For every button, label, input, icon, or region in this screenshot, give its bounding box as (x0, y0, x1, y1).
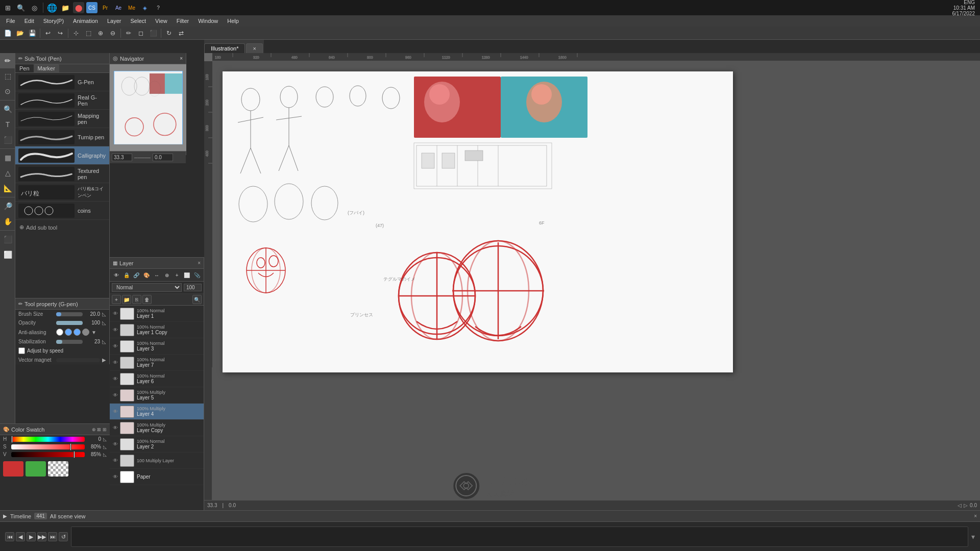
layer-item-5[interactable]: 👁 100% Multiply Layer 5 (110, 387, 204, 404)
edge-icon[interactable]: 🌐 (46, 2, 58, 13)
nav-close-btn[interactable]: × (180, 56, 183, 61)
tl-to-end-btn[interactable]: ⏭ (48, 532, 57, 541)
adjust-speed-row[interactable]: Adjust by speed (15, 346, 109, 356)
marker-tab[interactable]: Marker (34, 64, 59, 72)
antialias-opt3[interactable] (74, 329, 81, 336)
clip-studio-icon[interactable]: CS (86, 2, 97, 13)
tl-to-start-btn[interactable]: ⏮ (5, 532, 14, 541)
brush-turnip-pen[interactable]: Turnip pen (15, 128, 109, 146)
color-panel-icons[interactable]: ⊕ ⊠ ⊞ (92, 427, 107, 432)
tool-fill[interactable]: ⬛ (0, 132, 15, 147)
tool-color-fg[interactable]: ⬛ (0, 232, 15, 247)
nav-preview[interactable] (110, 64, 186, 151)
layer-search-btn[interactable]: 🔍 (192, 295, 202, 304)
start-icon[interactable]: ⊞ (2, 2, 13, 13)
layer-eye-5[interactable]: 👁 (112, 392, 119, 399)
layer-ctrl-merge[interactable]: ⊕ (162, 270, 172, 280)
select-btn[interactable]: ⬚ (83, 28, 94, 39)
app6-icon[interactable]: ◈ (139, 2, 151, 13)
tool-zoom[interactable]: 🔎 (0, 198, 15, 214)
tool-lasso[interactable]: ⊙ (0, 84, 15, 99)
tl-play-btn[interactable]: ▶ (27, 532, 36, 541)
menu-animation[interactable]: Animation (69, 17, 102, 25)
layer-eye-7[interactable]: 👁 (112, 424, 119, 432)
antialias-opt4[interactable] (82, 329, 89, 336)
tool-shape[interactable]: △ (0, 165, 15, 181)
zoom-input[interactable] (112, 154, 132, 161)
val-slider[interactable] (11, 452, 85, 457)
hue-slider[interactable] (11, 437, 85, 442)
layer-item-3[interactable]: 👁 100% Normal Layer 7 (110, 355, 204, 371)
status-icon2[interactable]: ▷ (964, 503, 968, 508)
tl-next-btn[interactable]: ▶▶ (37, 532, 46, 541)
timeline-track[interactable] (71, 527, 968, 547)
fg-color-swatch[interactable] (3, 461, 23, 477)
tool-eyedrop[interactable]: 🔍 (0, 102, 15, 117)
flip-h-btn[interactable]: ⇄ (176, 28, 187, 39)
search-icon[interactable]: 🔍 (15, 2, 27, 13)
layer-ctrl-color[interactable]: 🎨 (142, 270, 151, 280)
add-subtool-btn[interactable]: ⊕ Add sub tool (15, 222, 109, 233)
angle-input[interactable] (153, 154, 173, 161)
layer-ctrl-link[interactable]: 🔗 (132, 270, 141, 280)
menu-file[interactable]: File (2, 17, 19, 25)
hue-spin[interactable]: ◺ (103, 437, 107, 442)
app7-icon[interactable]: ? (153, 2, 164, 13)
open-btn[interactable]: 📂 (14, 28, 26, 39)
brush-mapping-pen[interactable]: Mapping pen (15, 110, 109, 128)
layer-new-btn[interactable]: + (112, 295, 121, 304)
tool-gradient[interactable]: ▦ (0, 150, 15, 165)
status-icon1[interactable]: ◁ (958, 503, 962, 508)
tool-ruler[interactable]: 📐 (0, 181, 15, 196)
menu-view[interactable]: View (151, 17, 172, 25)
layer-ctrl-new[interactable]: + (173, 270, 182, 280)
layer-item-2[interactable]: 👁 100% Normal Layer 3 (110, 338, 204, 355)
canvas-paper[interactable]: (フバイ) (47) 6F テグルマのイメ プリンセス (フリン) (223, 71, 733, 372)
tl-loop-btn[interactable]: ↺ (59, 532, 68, 541)
undo-btn[interactable]: ↩ (42, 28, 54, 39)
layer-ctrl-clip[interactable]: 📎 (192, 270, 202, 280)
eraser-btn[interactable]: ◻ (135, 28, 146, 39)
app4-icon[interactable]: Ae (113, 2, 124, 13)
layer-item-7[interactable]: 👁 100% Multiply Layer Copy (110, 420, 204, 436)
val-spin[interactable]: ◺ (103, 452, 107, 457)
layer-item-6[interactable]: 👁 100% Multiply Layer 4 (110, 404, 204, 420)
layer-eye-9[interactable]: 👁 (112, 457, 119, 464)
app1-icon[interactable]: ⬤ (73, 2, 84, 13)
antialias-opt1[interactable] (56, 329, 63, 336)
menu-filter[interactable]: Filter (173, 17, 193, 25)
pen-tool-btn[interactable]: ✏ (123, 28, 134, 39)
transform-btn[interactable]: ⊹ (70, 28, 82, 39)
blend-mode-select[interactable]: Normal Multiply Screen (112, 283, 182, 292)
layer-item-0[interactable]: 👁 100% Normal Layer 1 (110, 306, 204, 322)
layer-copy-btn[interactable]: ⎘ (132, 295, 141, 304)
menu-edit[interactable]: Edit (20, 17, 38, 25)
tool-color-bg[interactable]: ⬜ (0, 247, 15, 262)
vector-magnet-expand[interactable]: ▶ (102, 357, 106, 363)
canvas-area[interactable]: 160 320 480 640 800 960 1120 1280 1440 1… (204, 53, 980, 510)
tool-pen[interactable]: ✏ (0, 53, 15, 68)
layer-item-4[interactable]: 👁 100% Normal Layer 6 (110, 371, 204, 387)
stabilization-slider[interactable] (56, 340, 83, 344)
tool-text[interactable]: T (0, 117, 15, 132)
layer-delete-btn[interactable]: 🗑 (142, 295, 152, 304)
sat-slider[interactable] (11, 444, 85, 449)
brush-size-slider[interactable] (56, 312, 83, 316)
menu-story[interactable]: Story(P) (39, 17, 68, 25)
illustration-tab[interactable]: Illustration* (204, 43, 245, 53)
fill-btn[interactable]: ⬛ (148, 28, 159, 39)
timeline-close[interactable]: × (974, 513, 977, 519)
brush-bari[interactable]: バリ粒 バリ粒&コインペン (15, 183, 109, 202)
rotate-btn[interactable]: ↻ (163, 28, 175, 39)
layer-eye-10[interactable]: 👁 (112, 473, 119, 481)
pen-tab[interactable]: Pen (15, 64, 34, 72)
bg-color-swatch[interactable] (26, 461, 46, 477)
menu-select[interactable]: Select (127, 17, 151, 25)
adjust-speed-checkbox[interactable] (18, 347, 25, 354)
timeline-expand-btn[interactable]: ▾ (971, 533, 975, 541)
zoom-slider[interactable]: ───── (134, 155, 151, 160)
transparent-swatch[interactable] (48, 461, 68, 477)
layer-folder-btn[interactable]: 📁 (122, 295, 131, 304)
layer-eye-3[interactable]: 👁 (112, 359, 119, 366)
brush-textured-pen[interactable]: Textured pen (15, 165, 109, 183)
